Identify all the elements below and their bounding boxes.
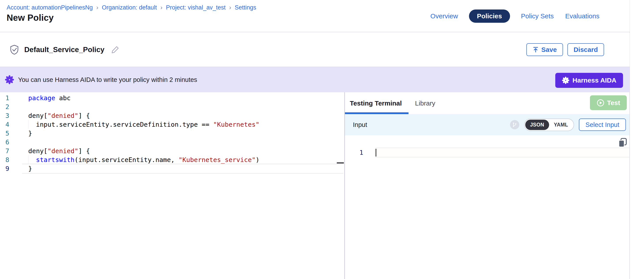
aida-banner: You can use Harness AIDA to write your p…: [0, 67, 630, 92]
panel-tab-testing-terminal[interactable]: Testing Terminal: [345, 92, 408, 114]
code-text: input.serviceEntity.serviceDefinition.ty…: [28, 120, 260, 129]
line-number: 7: [0, 146, 9, 156]
editor-current-line-highlight: [22, 164, 344, 174]
breadcrumb-separator: ›: [160, 4, 162, 11]
panel-tab-library[interactable]: Library: [408, 92, 442, 114]
tab-policies[interactable]: Policies: [469, 10, 510, 23]
breadcrumb-link-account[interactable]: Account: automationPipelinesNg: [6, 4, 93, 11]
code-text: startswith(input.serviceEntity.name, "Ku…: [28, 156, 260, 164]
shield-check-icon: [10, 44, 19, 55]
code-line: 5}: [0, 129, 344, 138]
code-line: 2: [0, 102, 344, 111]
input-current-line-highlight: [375, 148, 630, 158]
breadcrumb: Account: automationPipelinesNg›Organizat…: [6, 4, 256, 11]
line-number: 3: [0, 111, 9, 120]
test-label: Test: [607, 99, 620, 106]
aida-flower-icon: [5, 75, 14, 84]
code-text: deny["denied"] {: [28, 111, 90, 120]
pencil-icon: [111, 46, 120, 54]
code-line: 1package abc: [0, 94, 344, 102]
line-number: 2: [0, 102, 9, 111]
edit-policy-name-button[interactable]: [111, 46, 120, 54]
format-option-json[interactable]: JSON: [525, 120, 549, 130]
line-number: 5: [0, 129, 9, 138]
line-number: 9: [0, 164, 9, 173]
save-label: Save: [541, 46, 557, 54]
tab-evaluations[interactable]: Evaluations: [565, 10, 600, 22]
copy-icon[interactable]: [617, 137, 628, 148]
breadcrumb-link-settings[interactable]: Settings: [235, 4, 256, 11]
test-button[interactable]: Test: [590, 95, 627, 110]
code-text: deny["denied"] {: [28, 146, 90, 156]
code-line: 6: [0, 138, 344, 146]
breadcrumb-separator: ›: [96, 4, 98, 11]
aida-banner-message: You can use Harness AIDA to write your p…: [18, 76, 197, 84]
save-button[interactable]: Save: [526, 43, 563, 56]
line-number: 1: [0, 94, 9, 102]
input-line-number: 1: [354, 148, 363, 158]
policy-code-editor[interactable]: 1package abc23deny["denied"] {4 input.se…: [0, 94, 344, 279]
code-line: 8 startswith(input.serviceEntity.name, "…: [0, 156, 344, 164]
line-number: 6: [0, 138, 9, 146]
input-label: Input: [353, 121, 367, 128]
code-line: 7deny["denied"] {: [0, 146, 344, 156]
upload-icon: [532, 46, 539, 53]
page-header: Account: automationPipelinesNg›Organizat…: [0, 0, 630, 32]
overview-ruler-cursor-mark: [337, 162, 344, 164]
policy-toolbar: Default_Service_Policy Save Discard: [0, 33, 630, 67]
harness-aida-button[interactable]: Harness AIDA: [555, 73, 623, 88]
policy-name-row: Default_Service_Policy: [10, 33, 120, 67]
code-line: 3deny["denied"] {: [0, 111, 344, 120]
tab-policy-sets[interactable]: Policy Sets: [521, 10, 554, 22]
testing-panel-tabs: Testing TerminalLibrary: [345, 92, 630, 114]
discard-button[interactable]: Discard: [568, 43, 604, 56]
code-text: }: [28, 129, 32, 138]
play-circle-icon: [596, 99, 604, 107]
header-tabs: OverviewPoliciesPolicy SetsEvaluations: [430, 0, 600, 32]
git-branch-icon[interactable]: [510, 120, 519, 129]
line-number: 4: [0, 120, 9, 129]
harness-aida-label: Harness AIDA: [572, 76, 616, 84]
input-header-controls: JSONYAML Select Input: [510, 118, 626, 131]
breadcrumb-link-organization[interactable]: Organization: default: [102, 4, 157, 11]
code-line: 4 input.serviceEntity.serviceDefinition.…: [0, 120, 344, 129]
code-text: package abc: [28, 94, 70, 102]
page-title: New Policy: [6, 13, 54, 23]
format-option-yaml[interactable]: YAML: [549, 120, 573, 130]
line-number: 8: [0, 156, 9, 164]
breadcrumb-separator: ›: [229, 4, 231, 11]
tab-overview[interactable]: Overview: [430, 10, 458, 22]
policy-name: Default_Service_Policy: [24, 46, 104, 54]
discard-label: Discard: [574, 46, 598, 54]
toolbar-actions: Save Discard: [526, 33, 604, 67]
breadcrumb-link-project[interactable]: Project: vishal_av_test: [166, 4, 226, 11]
text-cursor: [376, 149, 376, 156]
select-input-button[interactable]: Select Input: [579, 118, 626, 131]
aida-flower-icon-white: [562, 76, 570, 84]
input-section-header: Input JSONYAML Select Input: [345, 114, 630, 135]
format-toggle: JSONYAML: [524, 118, 574, 131]
